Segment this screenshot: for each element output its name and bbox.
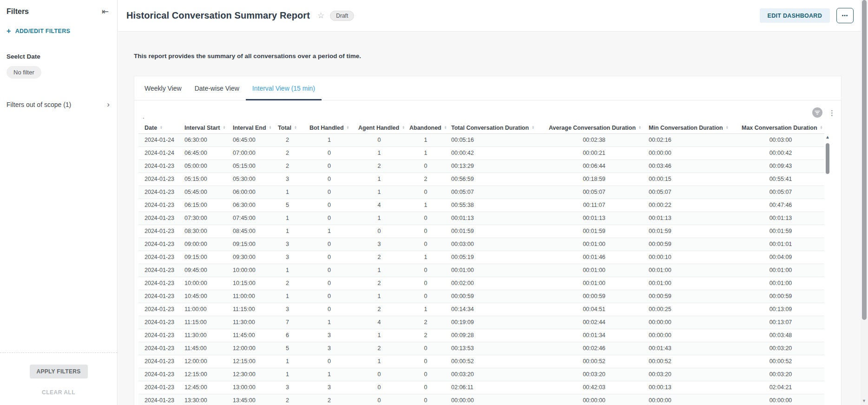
table-cell: 11:45:00 bbox=[180, 342, 228, 355]
table-cell: 00:00:52 bbox=[544, 355, 644, 368]
table-cell: 1 bbox=[405, 251, 447, 264]
table-cell: 00:01:59 bbox=[544, 225, 644, 238]
collapse-sidebar-icon[interactable]: ⇤ bbox=[102, 7, 109, 16]
column-header-date[interactable]: Date▲▼ bbox=[138, 122, 180, 133]
column-header-total-conversation-duration[interactable]: Total Conversation Duration▲▼ bbox=[447, 122, 544, 133]
table-cell: 11:30:00 bbox=[180, 329, 228, 342]
chevron-right-icon: › bbox=[107, 100, 110, 109]
table-cell: 2024-01-23 bbox=[138, 316, 180, 329]
sort-icon[interactable]: ▲▼ bbox=[269, 126, 272, 130]
column-header-bot-handled[interactable]: Bot Handled▲▼ bbox=[305, 122, 354, 133]
clear-all-button[interactable]: CLEAR ALL bbox=[0, 389, 117, 396]
table-cell: 00:00:00 bbox=[737, 394, 824, 405]
table-cell: 3 bbox=[270, 303, 305, 316]
table-cell: 00:00:59 bbox=[644, 290, 737, 303]
table-cell: 0 bbox=[405, 159, 447, 173]
table-cell: 2024-01-24 bbox=[138, 133, 180, 146]
table-cell: 06:00:00 bbox=[228, 186, 270, 199]
table-cell: 07:30:00 bbox=[180, 212, 228, 225]
column-label: Interval Start bbox=[184, 125, 220, 131]
filter-icon[interactable] bbox=[812, 107, 822, 118]
sort-icon[interactable]: ▲▼ bbox=[347, 126, 349, 130]
table-cell: 00:05:07 bbox=[447, 186, 544, 199]
table-cell: 00:01:13 bbox=[447, 212, 544, 225]
page-scrollbar-thumb[interactable] bbox=[862, 0, 867, 320]
plus-icon: + bbox=[7, 27, 11, 35]
table-cell: 00:02:44 bbox=[544, 316, 644, 329]
column-header-interval-end[interactable]: Interval End▲▼ bbox=[228, 122, 270, 133]
table-row: 2024-01-2406:45:0007:00:00201100:00:4200… bbox=[138, 146, 824, 159]
table-cell: 00:01:43 bbox=[644, 342, 737, 355]
sort-icon[interactable]: ▲▼ bbox=[294, 126, 297, 130]
sort-icon[interactable]: ▲▼ bbox=[444, 126, 447, 130]
table-menu-icon[interactable]: ⋮ bbox=[829, 109, 835, 116]
table-cell: 3 bbox=[270, 238, 305, 251]
edit-dashboard-button[interactable]: EDIT DASHBOARD bbox=[760, 8, 830, 23]
tab-weekly-view[interactable]: Weekly View bbox=[138, 76, 188, 100]
sort-icon[interactable]: ▲▼ bbox=[638, 126, 641, 130]
table-cell: 0 bbox=[405, 225, 447, 238]
sort-icon[interactable]: ▲▼ bbox=[820, 126, 823, 130]
add-edit-filters-link[interactable]: + ADD/EDIT FILTERS bbox=[7, 27, 111, 35]
table-cell: 1 bbox=[270, 368, 305, 381]
scroll-down-icon[interactable]: ▼ bbox=[862, 398, 866, 403]
table-row: 2024-01-2312:00:0012:15:00101000:00:5200… bbox=[138, 355, 824, 368]
tab-interval-view-15-min[interactable]: Interval View (15 min) bbox=[246, 76, 322, 100]
table-cell: 09:15:00 bbox=[228, 238, 270, 251]
table-cell: 02:06:11 bbox=[447, 381, 544, 394]
table-cell: 0 bbox=[405, 394, 447, 405]
table-row: 2024-01-2311:30:0011:45:00631200:09:2800… bbox=[138, 329, 824, 342]
column-header-min-conversation-duration[interactable]: Min Conversation Duration▲▼ bbox=[644, 122, 737, 133]
table-row: 2024-01-2307:30:0007:45:00101000:01:1300… bbox=[138, 212, 824, 225]
add-edit-filters-label: ADD/EDIT FILTERS bbox=[15, 28, 70, 34]
filter-value-chip[interactable]: No filter bbox=[7, 66, 41, 79]
table-row: 2024-01-2309:15:0009:30:00302100:05:1900… bbox=[138, 251, 824, 264]
column-header-total[interactable]: Total▲▼ bbox=[270, 122, 305, 133]
table-cell: 00:01:00 bbox=[644, 264, 737, 277]
table-cell: 06:45:00 bbox=[180, 146, 228, 159]
sort-icon[interactable]: ▲▼ bbox=[223, 126, 225, 130]
table-cell: 02:04:21 bbox=[737, 381, 824, 394]
sort-icon[interactable]: ▲▼ bbox=[402, 126, 405, 130]
column-header-agent-handled[interactable]: Agent Handled▲▼ bbox=[354, 122, 405, 133]
page-scrollbar: ▼ bbox=[861, 0, 868, 405]
column-label: Agent Handled bbox=[358, 125, 399, 131]
table-cell: 00:01:01 bbox=[737, 238, 824, 251]
table-cell: 0 bbox=[405, 290, 447, 303]
column-label: Max Conversation Duration bbox=[742, 125, 817, 131]
table-cell: 00:01:59 bbox=[644, 225, 737, 238]
table-cell: 12:15:00 bbox=[180, 368, 228, 381]
table-cell: 1 bbox=[270, 186, 305, 199]
table-cell: 0 bbox=[354, 381, 405, 394]
star-icon[interactable]: ☆ bbox=[317, 11, 324, 20]
sort-icon[interactable]: ▲▼ bbox=[726, 126, 729, 130]
tab-date-wise-view[interactable]: Date-wise View bbox=[188, 76, 246, 100]
table-cell: 2 bbox=[270, 394, 305, 405]
table-cell: 09:00:00 bbox=[180, 238, 228, 251]
table-cell: 2024-01-23 bbox=[138, 159, 180, 173]
table-cell: 00:14:34 bbox=[447, 303, 544, 316]
column-header-max-conversation-duration[interactable]: Max Conversation Duration▲▼ bbox=[737, 122, 824, 133]
column-header-average-conversation-duration[interactable]: Average Conversation Duration▲▼ bbox=[544, 122, 644, 133]
table-cell: 2 bbox=[354, 342, 405, 355]
sort-icon[interactable]: ▲▼ bbox=[532, 126, 534, 130]
main-content: Historical Conversation Summary Report ☆… bbox=[118, 0, 868, 405]
table-scrollbar-thumb[interactable] bbox=[826, 143, 829, 174]
apply-filters-button[interactable]: APPLY FILTERS bbox=[30, 365, 88, 378]
table-cell: 0 bbox=[405, 342, 447, 355]
table-row: 2024-01-2308:30:0008:45:00110000:01:5900… bbox=[138, 225, 824, 238]
sort-icon[interactable]: ▲▼ bbox=[160, 126, 163, 130]
filters-out-of-scope-row[interactable]: Filters out of scope (1) › bbox=[7, 100, 110, 109]
column-header-interval-start[interactable]: Interval Start▲▼ bbox=[180, 122, 228, 133]
table-cell: 2 bbox=[354, 159, 405, 173]
table-cell: 4 bbox=[354, 199, 405, 212]
table-row: 2024-01-2305:45:0006:00:00101000:05:0700… bbox=[138, 186, 824, 199]
scroll-up-icon[interactable]: ▲ bbox=[825, 135, 830, 139]
column-header-abandoned[interactable]: Abandoned▲▼ bbox=[405, 122, 447, 133]
table-cell: 00:55:41 bbox=[737, 173, 824, 186]
table-cell: 2 bbox=[270, 159, 305, 173]
more-options-button[interactable]: ••• bbox=[836, 8, 854, 23]
table-cell: 12:00:00 bbox=[228, 342, 270, 355]
table-cell: 12:45:00 bbox=[180, 381, 228, 394]
view-tabs: Weekly ViewDate-wise ViewInterval View (… bbox=[134, 76, 841, 100]
